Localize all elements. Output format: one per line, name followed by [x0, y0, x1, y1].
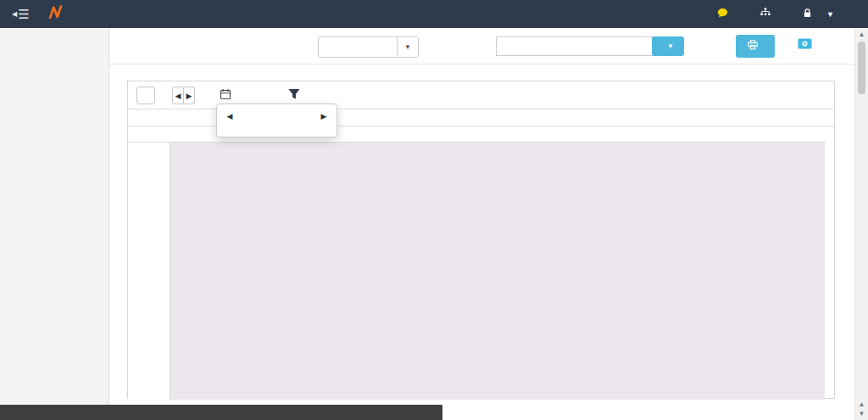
branch-select-button[interactable]: ▼	[652, 36, 684, 56]
navbar-right: ▼	[716, 7, 834, 22]
help-menu-item[interactable]	[716, 7, 734, 21]
balance-display[interactable]	[792, 38, 812, 53]
scrollbar-thumb[interactable]	[858, 42, 865, 94]
calendar-grid[interactable]: ▲ ▼	[128, 142, 825, 400]
today-button[interactable]	[136, 87, 155, 104]
money-icon	[798, 38, 812, 53]
window-scrollbar[interactable]: ▲ ▲ ▼	[854, 28, 868, 420]
provider-filter-dropdown[interactable]: ▼	[318, 36, 419, 58]
app-window: ◀ ☰	[0, 0, 868, 420]
user-menu-item[interactable]: ▼	[802, 8, 834, 20]
search-patient-input[interactable]	[496, 36, 654, 56]
hamburger-icon: ☰	[18, 7, 29, 22]
sitemap-icon	[760, 7, 771, 22]
chevron-down-icon: ▼	[826, 10, 834, 19]
brand-logo-icon	[48, 5, 63, 23]
scroll-up-icon[interactable]: ▲	[855, 31, 868, 38]
brand[interactable]	[48, 5, 68, 23]
datepicker-footer[interactable]	[223, 126, 331, 136]
scroll-down-icon[interactable]: ▼	[855, 410, 868, 417]
top-navbar: ◀ ☰	[0, 0, 868, 28]
time-column	[128, 143, 170, 400]
page-header: ▼ ▼	[108, 28, 854, 64]
chevron-down-icon: ▼	[667, 42, 674, 50]
lock-icon	[802, 8, 813, 20]
sidebar-toggle-button[interactable]: ◀ ☰	[12, 7, 30, 22]
help-chat-icon	[716, 7, 729, 21]
next-day-button[interactable]: ▶	[184, 87, 195, 104]
print-button[interactable]	[736, 35, 775, 58]
calendar-icon	[220, 88, 231, 103]
datepicker-prev-icon[interactable]: ◀	[223, 112, 236, 120]
scroll-up-icon[interactable]: ▲	[855, 400, 868, 408]
sidebar	[0, 28, 109, 420]
date-display[interactable]	[220, 88, 237, 103]
branch-menu-item[interactable]	[760, 7, 776, 22]
datepicker-next-icon[interactable]: ▶	[317, 112, 331, 120]
collapse-arrow-icon: ◀	[12, 10, 17, 18]
grid-columns	[170, 143, 825, 400]
datepicker-popup: ◀ ▶	[216, 104, 337, 137]
prev-day-button[interactable]: ◀	[172, 87, 184, 104]
status-bar	[0, 405, 442, 420]
dropdown-caret-icon[interactable]: ▼	[397, 37, 418, 57]
printer-icon	[747, 39, 759, 53]
filter-button[interactable]	[287, 87, 301, 104]
